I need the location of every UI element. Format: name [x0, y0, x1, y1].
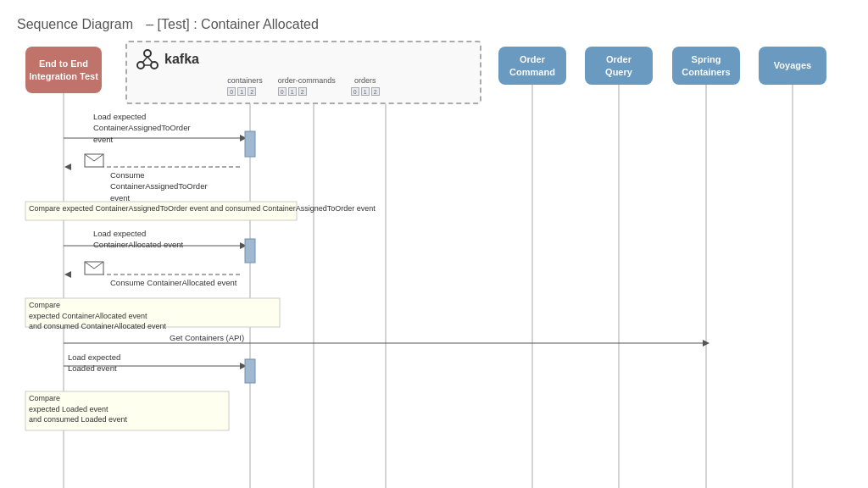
topic-box: 2	[371, 87, 380, 96]
actor-voyages: Voyages	[759, 47, 826, 85]
kafka-topic-containers: containers 0 1 2	[227, 76, 263, 96]
svg-marker-29	[240, 363, 247, 369]
svg-line-21	[85, 262, 94, 269]
topic-box: 1	[237, 87, 246, 96]
topic-box: 0	[351, 87, 359, 96]
note-compare-container-allocated: Compareexpected ContainerAllocated event…	[29, 300, 166, 332]
svg-line-36	[147, 57, 153, 63]
msg-consume-container-assigned: ConsumeContainerAssignedToOrderevent	[110, 169, 208, 203]
topic-box: 2	[298, 87, 307, 96]
svg-rect-11	[85, 154, 103, 167]
svg-marker-27	[703, 340, 709, 347]
actor-test: End to EndIntegration Test	[25, 47, 102, 93]
svg-marker-24	[64, 271, 71, 278]
svg-line-12	[85, 154, 94, 161]
svg-rect-19	[245, 239, 255, 263]
svg-rect-30	[245, 359, 255, 383]
diagram-container: Sequence Diagram – [Test] : Container Al…	[0, 0, 868, 488]
note-compare-loaded-event: Compareexpected Loaded eventand consumed…	[29, 393, 127, 425]
svg-rect-20	[85, 262, 103, 274]
actor-order-query: OrderQuery	[585, 47, 653, 85]
msg-load-loaded-event: Load expectedLoaded event	[68, 352, 120, 374]
page-title: Sequence Diagram – [Test] : Container Al…	[17, 8, 319, 35]
svg-marker-18	[240, 242, 247, 249]
svg-line-22	[94, 262, 103, 269]
svg-marker-15	[64, 164, 71, 170]
msg-consume-container-allocated: Consume ContainerAllocated event	[110, 277, 236, 288]
svg-rect-10	[245, 131, 255, 157]
topic-containers-label: containers	[227, 76, 263, 85]
svg-line-13	[94, 154, 103, 161]
msg-load-container-allocated: Load expectedContainerAllocated event	[93, 228, 183, 251]
actor-spring-containers: SpringContainers	[672, 47, 740, 85]
kafka-box: kafka containers 0 1 2 order-commands 0 …	[125, 41, 481, 104]
topic-orders-label: orders	[351, 76, 380, 85]
kafka-label: kafka	[164, 52, 199, 67]
svg-line-35	[142, 57, 147, 63]
topic-order-commands-label: order-commands	[278, 76, 336, 85]
note-compare-container-assigned: Compare expected ContainerAssignedToOrde…	[29, 203, 376, 214]
title-subtitle: – [Test] : Container Allocated	[146, 17, 319, 31]
kafka-topic-order-commands: order-commands 0 1 2	[278, 76, 336, 96]
kafka-topics: containers 0 1 2 order-commands 0 1 2 or…	[127, 76, 480, 101]
title-main: Sequence Diagram	[17, 17, 133, 31]
svg-marker-9	[240, 135, 247, 141]
topic-box: 0	[278, 87, 287, 96]
msg-get-containers-api: Get Containers (API)	[170, 332, 244, 343]
topic-box: 1	[361, 87, 370, 96]
svg-point-32	[144, 50, 151, 57]
kafka-topic-orders: orders 0 1 2	[351, 76, 380, 96]
topic-box: 0	[227, 87, 236, 96]
topic-box: 2	[248, 87, 256, 96]
msg-load-container-assigned: Load expectedContainerAssignedToOrdereve…	[93, 111, 191, 145]
kafka-logo-icon	[136, 47, 159, 71]
topic-box: 1	[288, 87, 297, 96]
actor-order-command: OrderCommand	[498, 47, 566, 85]
